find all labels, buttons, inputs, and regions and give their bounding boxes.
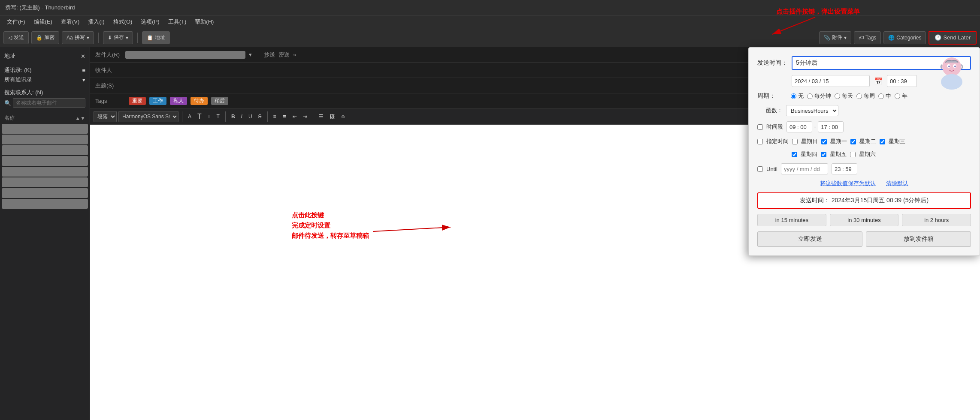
recur-mid-radio[interactable] xyxy=(878,93,884,99)
sat-checkbox[interactable] xyxy=(850,152,856,157)
menu-insert[interactable]: 插入(I) xyxy=(85,17,108,27)
tag-important[interactable]: 重要 xyxy=(129,97,146,105)
recur-week-label[interactable]: 每周 xyxy=(856,92,875,100)
time-range-checkbox[interactable] xyxy=(757,124,763,130)
thu-checkbox[interactable] xyxy=(792,152,797,157)
fmt-indent-less-btn[interactable]: ⇤ xyxy=(290,111,299,122)
outbox-button[interactable]: 放到发件箱 xyxy=(866,231,971,247)
recur-none-label[interactable]: 无 xyxy=(791,92,804,100)
menu-help[interactable]: 帮助(H) xyxy=(191,17,217,27)
all-contacts-label[interactable]: 所有通讯录 xyxy=(4,76,32,84)
send-now-button[interactable]: 立即发送 xyxy=(757,231,862,247)
bcc-label[interactable]: 密送 xyxy=(278,51,290,59)
send-later-button[interactable]: 🕐 Send Later xyxy=(929,31,977,45)
list-item[interactable]: 联系人F xyxy=(2,177,88,187)
fmt-indent-more-btn[interactable]: ⇥ xyxy=(301,111,309,122)
menu-options[interactable]: 选项(P) xyxy=(137,17,163,27)
until-date-input[interactable] xyxy=(781,163,828,174)
menu-edit[interactable]: 编辑(E) xyxy=(30,17,56,27)
encrypt-button[interactable]: 🔒 加密 xyxy=(31,31,59,44)
fmt-emoji-btn[interactable]: ☺ xyxy=(339,111,348,122)
spell-icon: Aа xyxy=(67,35,73,41)
list-item[interactable]: 联系人E xyxy=(2,167,88,177)
menu-tools[interactable]: 工具(T) xyxy=(165,17,190,27)
tue-checkbox[interactable] xyxy=(850,139,856,144)
wed-checkbox[interactable] xyxy=(880,139,885,144)
close-icon[interactable]: ✕ xyxy=(81,53,85,60)
specific-time-checkbox[interactable] xyxy=(757,139,763,144)
list-item[interactable]: 联系人D xyxy=(2,156,88,166)
tags-button[interactable]: 🏷 Tags xyxy=(854,31,881,44)
save-default-link[interactable]: 将这些数值保存为默认 xyxy=(820,180,876,187)
list-item[interactable]: 联系人A xyxy=(2,124,88,134)
list-item[interactable]: 联系人B xyxy=(2,135,88,144)
recur-min-radio[interactable] xyxy=(807,93,813,99)
fmt-bold-btn[interactable]: B xyxy=(229,111,237,122)
mon-checkbox[interactable] xyxy=(821,139,827,144)
time-range-start[interactable] xyxy=(786,121,812,132)
until-time-input[interactable] xyxy=(832,163,857,174)
fmt-align-btn[interactable]: ☰ xyxy=(317,111,326,122)
recur-min-label[interactable]: 每分钟 xyxy=(807,92,831,100)
sun-checkbox[interactable] xyxy=(792,139,798,144)
menu-file[interactable]: 文件(F) xyxy=(3,17,29,27)
recur-day-label[interactable]: 每天 xyxy=(835,92,853,100)
scheduled-send-bar[interactable]: 发送时间： 2024年3月15日周五 00:39 (5分钟后) xyxy=(757,192,971,209)
recur-none-radio[interactable] xyxy=(791,93,796,99)
fmt-size-normal-btn[interactable]: T xyxy=(215,111,222,122)
menu-view[interactable]: 查看(V) xyxy=(57,17,83,27)
quick-30min-button[interactable]: in 30 minutes xyxy=(830,214,899,226)
fmt-size-up-btn[interactable]: T xyxy=(195,111,204,122)
categories-button[interactable]: 🌐 Categories xyxy=(883,31,926,44)
recur-year-label[interactable]: 年 xyxy=(895,92,907,100)
save-button[interactable]: ⬇ 保存 ▾ xyxy=(103,31,133,44)
spell-button[interactable]: Aа 拼写 ▾ xyxy=(62,31,94,44)
fmt-image-btn[interactable]: 🖼 xyxy=(327,111,337,122)
time-input[interactable] xyxy=(887,75,917,87)
recur-mid-label[interactable]: 中 xyxy=(878,92,891,100)
quick-15min-button[interactable]: in 15 minutes xyxy=(757,214,826,226)
more-label[interactable]: » xyxy=(293,51,296,58)
tag-work[interactable]: 工作 xyxy=(149,97,166,105)
function-select[interactable]: BusinessHours xyxy=(786,105,838,116)
calendar-icon[interactable]: 📅 xyxy=(874,77,883,85)
send-button[interactable]: ◁ 发送 xyxy=(3,31,29,44)
fmt-size-down-btn[interactable]: T xyxy=(206,111,213,122)
attachment-button[interactable]: 📎 附件 ▾ xyxy=(819,31,851,44)
menu-format[interactable]: 格式(O) xyxy=(110,17,136,27)
tag-later[interactable]: 稍后 xyxy=(211,97,228,105)
tag-personal[interactable]: 私人 xyxy=(170,97,187,105)
recur-year-radio[interactable] xyxy=(895,93,900,99)
sort-icons[interactable]: ▲▼ xyxy=(75,115,85,121)
font-select[interactable]: HarmonyOS Sans SC xyxy=(118,111,178,122)
dropdown-icon[interactable]: ▾ xyxy=(82,77,85,83)
time-range-end[interactable] xyxy=(818,121,844,132)
time-range-row: 时间段 - xyxy=(757,121,971,132)
dropdown-icon-from[interactable]: ▾ xyxy=(249,51,252,58)
quick-2h-button[interactable]: in 2 hours xyxy=(902,214,971,226)
fmt-ul-btn[interactable]: ≡ xyxy=(271,111,278,122)
address-button[interactable]: 📋 地址 xyxy=(142,31,170,44)
cc-label[interactable]: 抄送 xyxy=(264,51,275,59)
search-label: 搜索联系人: (N) xyxy=(4,89,43,96)
recur-week-radio[interactable] xyxy=(856,93,862,99)
fmt-italic-btn[interactable]: I xyxy=(239,111,245,122)
fmt-underline-btn[interactable]: U xyxy=(246,111,254,122)
fmt-color-btn[interactable]: A xyxy=(186,111,194,122)
fri-label: 星期五 xyxy=(830,150,847,158)
fmt-strikethrough-btn[interactable]: S xyxy=(256,111,264,122)
search-input[interactable] xyxy=(13,98,85,108)
fri-checkbox[interactable] xyxy=(821,152,826,157)
date-input[interactable] xyxy=(792,75,870,87)
list-item[interactable]: 联系人G xyxy=(2,188,88,198)
menu-icon[interactable]: ≡ xyxy=(82,67,85,74)
paragraph-select[interactable]: 段落 xyxy=(94,111,117,122)
list-item[interactable]: 联系人H xyxy=(2,199,88,209)
from-email xyxy=(125,51,245,59)
until-checkbox[interactable] xyxy=(757,166,763,172)
list-item[interactable]: 联系人C xyxy=(2,145,88,155)
tag-todo[interactable]: 待办 xyxy=(191,97,208,105)
clear-default-link[interactable]: 清除默认 xyxy=(886,180,908,187)
fmt-ol-btn[interactable]: ≣ xyxy=(280,111,289,122)
recur-day-radio[interactable] xyxy=(835,93,840,99)
